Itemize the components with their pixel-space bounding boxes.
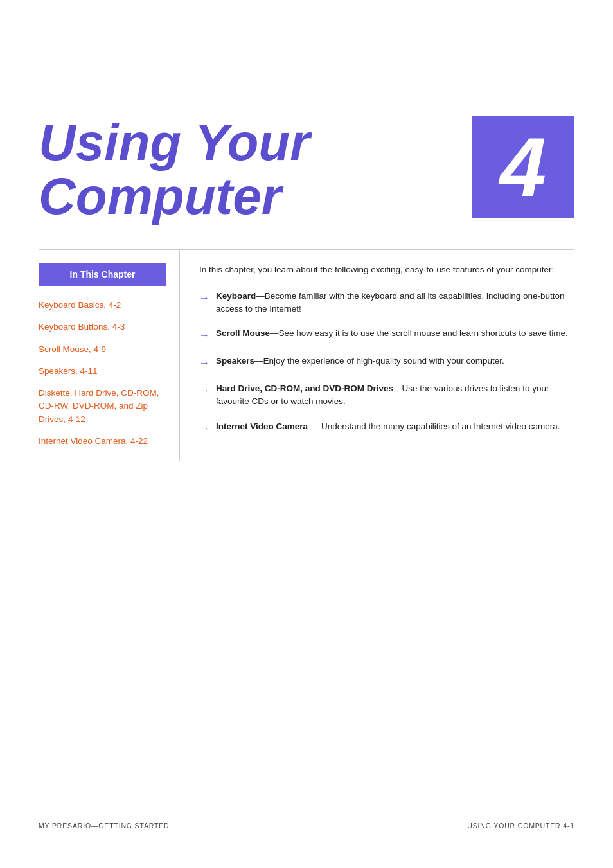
- main-content: In this chapter, you learn about the fol…: [180, 250, 574, 461]
- bullet-item-keyboard: → Keyboard—Become familiar with the keyb…: [199, 290, 574, 316]
- in-this-chapter-heading: In This Chapter: [39, 263, 166, 286]
- chapter-title-line2: Computer: [39, 168, 281, 225]
- bullet-item-drives: → Hard Drive, CD-ROM, and DVD-ROM Drives…: [199, 382, 574, 409]
- bullet-item-speakers: → Speakers—Enjoy the experience of high-…: [199, 355, 574, 371]
- sidebar: In This Chapter Keyboard Basics, 4-2 Key…: [39, 250, 180, 461]
- footer-left-text: My Presario—Getting Started: [39, 822, 170, 829]
- sidebar-link-speakers[interactable]: Speakers, 4-11: [39, 365, 166, 378]
- bullet-text-video-camera: Internet Video Camera — Understand the m…: [216, 420, 574, 433]
- content-area: In This Chapter Keyboard Basics, 4-2 Key…: [0, 250, 613, 461]
- arrow-icon-scroll-mouse: →: [199, 328, 209, 343]
- arrow-icon-video-camera: →: [199, 421, 209, 436]
- sidebar-link-scroll-mouse[interactable]: Scroll Mouse, 4-9: [39, 343, 166, 356]
- sidebar-link-drives[interactable]: Diskette, Hard Drive, CD-ROM, CD-RW, DVD…: [39, 387, 166, 426]
- bullet-bold-video-camera: Internet Video Camera: [216, 421, 308, 431]
- sidebar-link-keyboard-basics[interactable]: Keyboard Basics, 4-2: [39, 299, 166, 312]
- chapter-title-line1: Using Your: [39, 114, 310, 171]
- sidebar-link-video-camera[interactable]: Internet Video Camera, 4-22: [39, 435, 166, 448]
- intro-text: In this chapter, you learn about the fol…: [199, 263, 574, 277]
- bullet-text-drives: Hard Drive, CD-ROM, and DVD-ROM Drives—U…: [216, 382, 574, 409]
- arrow-icon-keyboard: →: [199, 290, 209, 306]
- arrow-icon-drives: →: [199, 383, 209, 398]
- bullet-bold-scroll-mouse: Scroll Mouse: [216, 328, 270, 338]
- page-container: Using Your Computer 4 In This Chapter Ke…: [0, 0, 613, 868]
- bullet-text-scroll-mouse: Scroll Mouse—See how easy it is to use t…: [216, 327, 574, 340]
- bullet-text-speakers: Speakers—Enjoy the experience of high-qu…: [216, 355, 574, 368]
- bullet-bold-keyboard: Keyboard: [216, 291, 256, 301]
- chapter-title: Using Your Computer: [39, 116, 452, 224]
- chapter-header: Using Your Computer 4: [0, 0, 613, 249]
- sidebar-link-keyboard-buttons[interactable]: Keyboard Buttons, 4-3: [39, 321, 166, 333]
- bullet-bold-drives: Hard Drive, CD-ROM, and DVD-ROM Drives: [216, 384, 393, 393]
- footer-right-text: Using Your Computer 4-1: [467, 822, 574, 829]
- bullet-list: → Keyboard—Become familiar with the keyb…: [199, 290, 574, 436]
- bullet-bold-speakers: Speakers: [216, 356, 254, 366]
- arrow-icon-speakers: →: [199, 355, 209, 371]
- page-footer: My Presario—Getting Started Using Your C…: [0, 822, 613, 829]
- bullet-item-scroll-mouse: → Scroll Mouse—See how easy it is to use…: [199, 327, 574, 343]
- chapter-number: 4: [500, 125, 546, 209]
- chapter-number-box: 4: [472, 116, 574, 218]
- bullet-item-video-camera: → Internet Video Camera — Understand the…: [199, 420, 574, 436]
- bullet-text-keyboard: Keyboard—Become familiar with the keyboa…: [216, 290, 574, 316]
